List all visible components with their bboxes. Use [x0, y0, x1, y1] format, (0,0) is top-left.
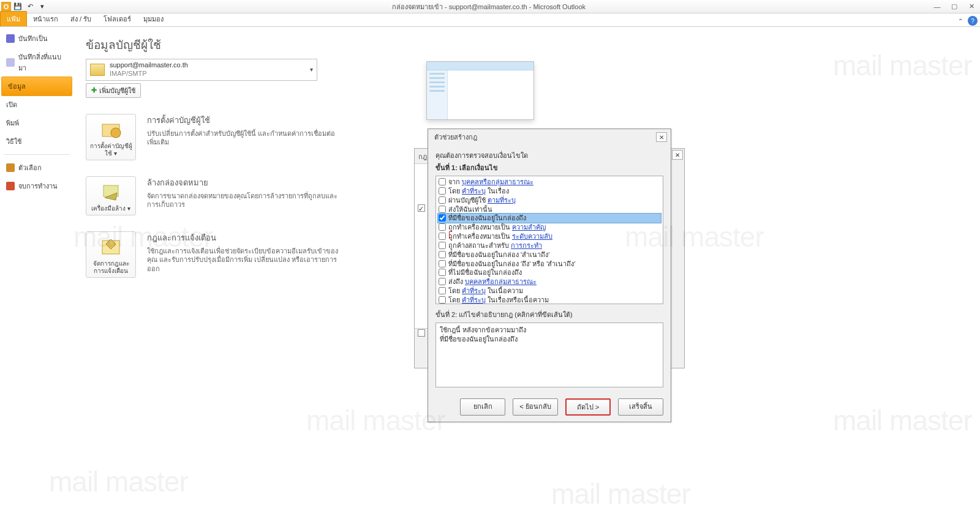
condition-item[interactable]: ส่งให้ฉันเท่านั้น	[438, 205, 661, 214]
condition-checkbox[interactable]	[439, 206, 446, 213]
nav-save-as[interactable]: บันทึกเป็น	[0, 29, 74, 48]
account-email: support@mailmaster.co.th	[110, 61, 305, 70]
plus-icon: ✚	[91, 86, 97, 94]
condition-item[interactable]: ถูกค้างสถานะสำหรับ การกระทำ	[438, 241, 661, 250]
finish-button[interactable]: เสร็จสิ้น	[618, 398, 663, 416]
behind-checkbox[interactable]	[418, 329, 425, 337]
nav-help[interactable]: วิธีใช้	[0, 132, 74, 151]
condition-label: โดย คำที่ระบุ ในเรื่องหรือเนื้อความ	[448, 296, 549, 304]
condition-checkbox[interactable]	[439, 296, 446, 304]
nav-open[interactable]: เปิด	[0, 95, 74, 114]
nav-exit[interactable]: จบการทำงาน	[0, 177, 74, 195]
condition-link[interactable]: ระดับความลับ	[512, 233, 552, 240]
dialog-close-button[interactable]: ✕	[656, 132, 667, 142]
tab-home[interactable]: หน้าแรก	[27, 12, 64, 26]
maximize-button[interactable]: ▢	[946, 1, 963, 13]
behind-dialog-close[interactable]: ✕	[672, 150, 683, 160]
nav-options[interactable]: ตัวเลือก	[0, 159, 74, 177]
condition-link[interactable]: ความสำคัญ	[512, 223, 546, 231]
condition-link[interactable]: ตามที่ระบุ	[488, 196, 516, 204]
tab-file[interactable]: แฟ้ม	[0, 11, 27, 26]
condition-checkbox[interactable]	[439, 251, 446, 258]
conditions-list[interactable]: จาก บุคคลหรือกลุ่มสาธารณะโดย คำที่ระบุ ใ…	[435, 176, 663, 304]
dialog-step2-label: ขั้นที่ 2: แก้ไขคำอธิบายกฎ (คลิกค่าที่ขี…	[435, 309, 663, 320]
close-button[interactable]: ✕	[963, 1, 980, 13]
condition-item[interactable]: ที่มีชื่อของฉันอยู่ในกล่องถึง	[437, 213, 662, 223]
cleanup-icon	[99, 181, 123, 203]
condition-label: ที่มีชื่อของฉันอยู่ในกล่อง 'ถึง' หรือ 'ส…	[448, 259, 576, 269]
condition-checkbox[interactable]	[439, 233, 446, 240]
undo-icon[interactable]: ↶	[24, 1, 36, 12]
condition-link[interactable]: คำที่ระบุ	[462, 287, 486, 294]
tab-folder[interactable]: โฟลเดอร์	[97, 12, 137, 26]
back-button[interactable]: < ย้อนกลับ	[513, 398, 558, 416]
condition-item[interactable]: โดย คำที่ระบุ ในเรื่องหรือเนื้อความ	[438, 296, 661, 304]
add-account-button[interactable]: ✚ เพิ่มบัญชีผู้ใช้	[86, 83, 141, 98]
nav-label: เปิด	[6, 99, 17, 110]
qat-dropdown-icon[interactable]: ▾	[37, 1, 48, 12]
tab-view[interactable]: มุมมอง	[137, 12, 170, 26]
condition-item[interactable]: ที่ไม่มีชื่อฉันอยู่ในกล่องถึง	[438, 268, 661, 277]
behind-checkbox[interactable]: ✓	[418, 204, 425, 212]
condition-label: ส่งถึง บุคคลหรือกลุ่มสาธารณะ	[448, 277, 537, 286]
condition-item[interactable]: ส่งถึง บุคคลหรือกลุ่มสาธารณะ	[438, 277, 661, 286]
rule-description-box[interactable]: ใช้กฎนี้ หลังจากข้อความมาถึง ที่มีชื่อขอ…	[435, 323, 663, 387]
backstage-nav: บันทึกเป็น บันทึกสิ่งที่แนบมา ข้อมูล เปิ…	[0, 27, 74, 530]
condition-checkbox[interactable]	[439, 178, 446, 185]
condition-checkbox[interactable]	[439, 260, 446, 267]
tab-send-receive[interactable]: ส่ง / รับ	[64, 12, 97, 26]
rules-wizard-dialog: ตัวช่วยสร้างกฎ ✕ คุณต้องการตรวจสอบเงื่อน…	[428, 129, 671, 422]
condition-checkbox[interactable]	[439, 214, 446, 222]
condition-item[interactable]: จาก บุคคลหรือกลุ่มสาธารณะ	[438, 177, 661, 187]
nav-label: บันทึกเป็น	[18, 33, 48, 44]
dialog-titlebar: ตัวช่วยสร้างกฎ ✕	[428, 129, 671, 145]
condition-item[interactable]: ถูกทำเครื่องหมายเป็น ระดับความลับ	[438, 232, 661, 241]
condition-link[interactable]: การกระทำ	[511, 242, 542, 249]
section-heading: กฎและการแจ้งเตือน	[147, 231, 343, 244]
behind-dialog-tab[interactable]: กฎ	[418, 151, 427, 162]
desc-line: ที่มีชื่อของฉันอยู่ในกล่องถึง	[440, 335, 659, 344]
condition-item[interactable]: โดย คำที่ระบุ ในเนื้อความ	[438, 286, 661, 296]
folder-icon	[90, 64, 105, 76]
next-button[interactable]: ถัดไป >	[565, 398, 611, 416]
account-text: support@mailmaster.co.th IMAP/SMTP	[110, 61, 305, 78]
quick-access-toolbar: O 💾 ↶ ▾	[0, 1, 49, 12]
condition-link[interactable]: คำที่ระบุ	[462, 187, 486, 195]
cancel-button[interactable]: ยกเลิก	[460, 398, 505, 416]
condition-item[interactable]: ที่มีชื่อของฉันอยู่ในกล่อง 'สำเนาถึง'	[438, 250, 661, 259]
condition-link[interactable]: บุคคลหรือกลุ่มสาธารณะ	[462, 178, 533, 185]
dialog-heading: คุณต้องการตรวจสอบเงื่อนไขใด	[435, 150, 663, 161]
minimize-button[interactable]: —	[929, 1, 946, 13]
condition-checkbox[interactable]	[439, 278, 446, 285]
nav-save-attachments[interactable]: บันทึกสิ่งที่แนบมา	[0, 48, 74, 77]
ribbon-collapse-icon[interactable]: ⌃	[956, 16, 965, 26]
condition-item[interactable]: ถูกทำเครื่องหมายเป็น ความสำคัญ	[438, 223, 661, 232]
condition-checkbox[interactable]	[439, 269, 446, 276]
condition-item[interactable]: ผ่านบัญชีผู้ใช้ ตามที่ระบุ	[438, 196, 661, 205]
condition-item[interactable]: โดย คำที่ระบุ ในเรื่อง	[438, 187, 661, 196]
nav-info[interactable]: ข้อมูล	[1, 77, 72, 96]
save-icon[interactable]: 💾	[12, 1, 23, 12]
condition-checkbox[interactable]	[439, 196, 446, 204]
attachment-icon	[6, 58, 15, 67]
condition-link[interactable]: คำที่ระบุ	[462, 296, 486, 304]
outlook-icon: O	[1, 2, 11, 12]
nav-print[interactable]: พิมพ์	[0, 114, 74, 132]
condition-checkbox[interactable]	[439, 223, 446, 231]
condition-label: ถูกค้างสถานะสำหรับ การกระทำ	[448, 241, 542, 250]
rules-button[interactable]: จัดการกฎและการแจ้งเตือน	[86, 231, 136, 278]
condition-item[interactable]: ที่มีชื่อของฉันอยู่ในกล่อง 'ถึง' หรือ 'ส…	[438, 259, 661, 269]
condition-checkbox[interactable]	[439, 242, 446, 249]
account-settings-icon	[99, 118, 123, 140]
condition-label: ที่มีชื่อของฉันอยู่ในกล่อง 'สำเนาถึง'	[448, 250, 549, 259]
window-title: กล่องจดหมายเข้า - support@mailmaster.co.…	[49, 1, 929, 12]
condition-checkbox[interactable]	[439, 187, 446, 195]
section-desc: ปรับเปลี่ยนการตั้งค่าสำหรับบัญชีผู้ใช้นี…	[147, 129, 343, 147]
cleanup-button[interactable]: เครื่องมือล้าง ▾	[86, 176, 136, 215]
condition-checkbox[interactable]	[439, 287, 446, 294]
condition-link[interactable]: บุคคลหรือกลุ่มสาธารณะ	[465, 278, 537, 285]
account-settings-button[interactable]: การตั้งค่าบัญชีผู้ใช้ ▾	[86, 114, 136, 160]
section-desc: ใช้กฎและการแจ้งเตือนเพื่อช่วยจัดระเบียบข…	[147, 247, 343, 274]
help-icon[interactable]: ?	[968, 16, 978, 26]
account-dropdown[interactable]: support@mailmaster.co.th IMAP/SMTP ▾	[86, 59, 317, 81]
